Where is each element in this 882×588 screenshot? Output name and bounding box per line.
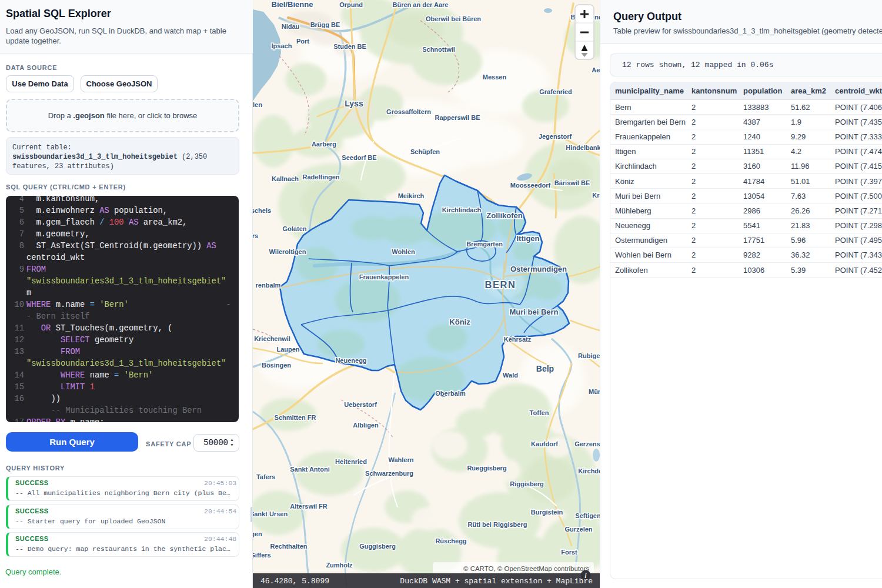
svg-text:Muri bei Bern: Muri bei Bern: [509, 308, 558, 316]
svg-text:Münsingen: Münsingen: [589, 388, 600, 395]
svg-text:Lyss: Lyss: [345, 99, 363, 108]
svg-text:Belp: Belp: [536, 364, 554, 373]
svg-text:Jegenstorf: Jegenstorf: [539, 133, 572, 140]
svg-text:Grossaffoltern: Grossaffoltern: [386, 108, 431, 115]
svg-text:Bremgarten: Bremgarten: [466, 240, 503, 248]
svg-text:Toffen: Toffen: [530, 409, 549, 416]
svg-text:Schüpfen: Schüpfen: [410, 148, 440, 155]
svg-text:Frauenkappelen: Frauenkappelen: [359, 273, 409, 280]
svg-text:Nidau: Nidau: [282, 23, 300, 30]
svg-text:Seftigen: Seftigen: [575, 512, 600, 519]
svg-text:Aarberg: Aarberg: [312, 141, 336, 148]
svg-text:Albligen: Albligen: [353, 422, 379, 429]
svg-text:Sankt Antoni: Sankt Antoni: [290, 466, 329, 473]
svg-text:Sankt Ursen: Sankt Ursen: [253, 510, 288, 517]
svg-text:Rubigen: Rubigen: [578, 352, 600, 359]
svg-text:Zollikofen: Zollikofen: [486, 211, 522, 220]
svg-text:Tafers: Tafers: [256, 473, 275, 480]
svg-text:Bäriswil BE: Bäriswil BE: [554, 179, 590, 186]
svg-text:Bösingen: Bösingen: [262, 362, 291, 369]
svg-text:© CARTO, © OpenStreetMap contr: © CARTO, © OpenStreetMap contributors: [463, 565, 589, 572]
svg-text:Krauchthal: Krauchthal: [592, 192, 600, 199]
svg-text:Heitenried: Heitenried: [335, 458, 367, 465]
svg-text:Burgistein: Burgistein: [531, 509, 563, 516]
svg-text:len: len: [253, 101, 262, 108]
svg-text:Neuenegg: Neuenegg: [335, 357, 366, 364]
svg-text:Schnottwil: Schnottwil: [422, 46, 455, 53]
svg-text:Biel/Bienne: Biel/Bienne: [272, 0, 313, 9]
svg-text:Büren an der Aare: Büren an der Aare: [393, 1, 449, 8]
svg-text:Brügg BE: Brügg BE: [310, 21, 340, 28]
svg-text:Golaten: Golaten: [283, 225, 307, 232]
svg-text:Grafenried: Grafenried: [539, 88, 572, 95]
svg-text:gen: gen: [253, 530, 262, 537]
svg-text:Kirchdorf: Kirchdorf: [578, 467, 600, 475]
svg-text:Schmitten FR: Schmitten FR: [275, 414, 316, 421]
svg-text:Messen: Messen: [483, 74, 507, 81]
svg-text:Riggisberg: Riggisberg: [510, 480, 543, 487]
svg-text:Rüeggisberg: Rüeggisberg: [467, 465, 506, 472]
svg-text:Wahlern: Wahlern: [389, 456, 414, 463]
svg-text:Radelfingen: Radelfingen: [303, 173, 340, 181]
svg-text:Wohlen: Wohlen: [392, 248, 415, 255]
svg-text:Oberbalm: Oberbalm: [435, 390, 466, 397]
svg-text:Aefligen: Aefligen: [592, 66, 600, 74]
svg-text:Köniz: Köniz: [449, 318, 470, 326]
svg-text:Kirchlindach: Kirchlindach: [442, 206, 482, 213]
svg-text:46.4280, 5.8099: 46.4280, 5.8099: [260, 577, 329, 586]
svg-text:Seedorf BE: Seedorf BE: [342, 154, 376, 161]
svg-text:Gurzelen: Gurzelen: [564, 526, 592, 533]
svg-text:rs: rs: [253, 232, 258, 239]
svg-text:Kaufdorf: Kaufdorf: [531, 440, 558, 447]
svg-text:Rüschegg: Rüschegg: [435, 537, 466, 544]
svg-text:BERN: BERN: [485, 279, 516, 290]
svg-text:Laupen: Laupen: [276, 346, 299, 353]
svg-text:DuckDB WASM + spatial extensio: DuckDB WASM + spatial extension + MapLib…: [400, 577, 593, 586]
svg-text:Ueberstorf: Ueberstorf: [344, 401, 377, 408]
svg-text:Moosseedorf: Moosseedorf: [510, 182, 551, 189]
svg-text:renbalm: renbalm: [256, 282, 281, 289]
svg-text:Giffers: Giffers: [253, 552, 271, 559]
svg-text:Guggisberg: Guggisberg: [359, 543, 396, 550]
svg-text:Wileroltigen: Wileroltigen: [269, 248, 306, 255]
svg-text:Ostermundigen: Ostermundigen: [510, 265, 567, 273]
svg-text:Port: Port: [296, 38, 309, 45]
svg-text:Rapperswil BE: Rapperswil BE: [435, 114, 480, 121]
svg-text:Zumholz: Zumholz: [326, 562, 353, 569]
svg-text:Hindelbank: Hindelbank: [566, 144, 600, 151]
svg-text:Kriechenwil: Kriechenwil: [254, 335, 290, 342]
svg-text:schels: schels: [253, 207, 271, 214]
svg-text:Rechthalten: Rechthalten: [270, 543, 308, 550]
svg-text:Wald: Wald: [503, 372, 518, 379]
svg-text:Forst: Forst: [561, 549, 577, 556]
svg-text:Oberwil bei Büren: Oberwil bei Büren: [426, 15, 481, 22]
svg-text:Rüti bei Riggisberg: Rüti bei Riggisberg: [468, 521, 527, 528]
svg-text:Gerzensee: Gerzensee: [574, 440, 600, 447]
svg-text:Kehrsatz: Kehrsatz: [504, 336, 532, 343]
svg-text:Alterswil FR: Alterswil FR: [290, 503, 328, 510]
svg-text:Meikirch: Meikirch: [398, 192, 425, 199]
svg-text:Ipsach: Ipsach: [272, 42, 292, 49]
svg-text:Schwarzenburg: Schwarzenburg: [365, 470, 413, 477]
svg-text:Ittigen: Ittigen: [517, 234, 540, 243]
svg-text:Kallnach: Kallnach: [272, 175, 299, 182]
svg-text:Orpund: Orpund: [339, 1, 363, 8]
svg-text:Studen BE: Studen BE: [333, 43, 366, 50]
